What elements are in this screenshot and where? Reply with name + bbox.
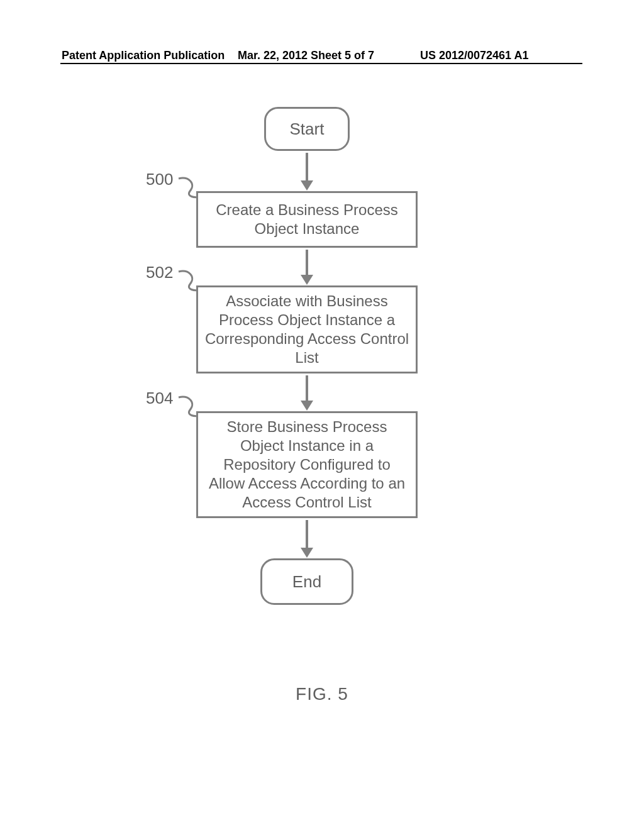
step-504-text: Store Business Process Object Instance i… [204, 418, 409, 512]
header-rule [60, 63, 582, 64]
header-left: Patent Application Publication [62, 49, 225, 62]
ref-502: 502 [146, 263, 173, 282]
flow-start-terminal: Start [264, 107, 350, 151]
header-right: US 2012/0072461 A1 [420, 49, 528, 62]
header-middle: Mar. 22, 2012 Sheet 5 of 7 [238, 49, 374, 62]
ref-504: 504 [146, 389, 173, 408]
step-500: Create a Business Process Object Instanc… [196, 191, 418, 248]
figure-caption: FIG. 5 [0, 684, 644, 704]
step-504: Store Business Process Object Instance i… [196, 411, 418, 518]
step-502-text: Associate with Business Process Object I… [204, 292, 409, 367]
ref-500: 500 [146, 170, 173, 189]
step-500-text: Create a Business Process Object Instanc… [204, 201, 409, 238]
step-502: Associate with Business Process Object I… [196, 285, 418, 374]
flow-end-label: End [292, 572, 321, 592]
flow-end-terminal: End [260, 558, 353, 605]
flow-start-label: Start [290, 119, 325, 139]
page: Patent Application Publication Mar. 22, … [0, 0, 644, 830]
